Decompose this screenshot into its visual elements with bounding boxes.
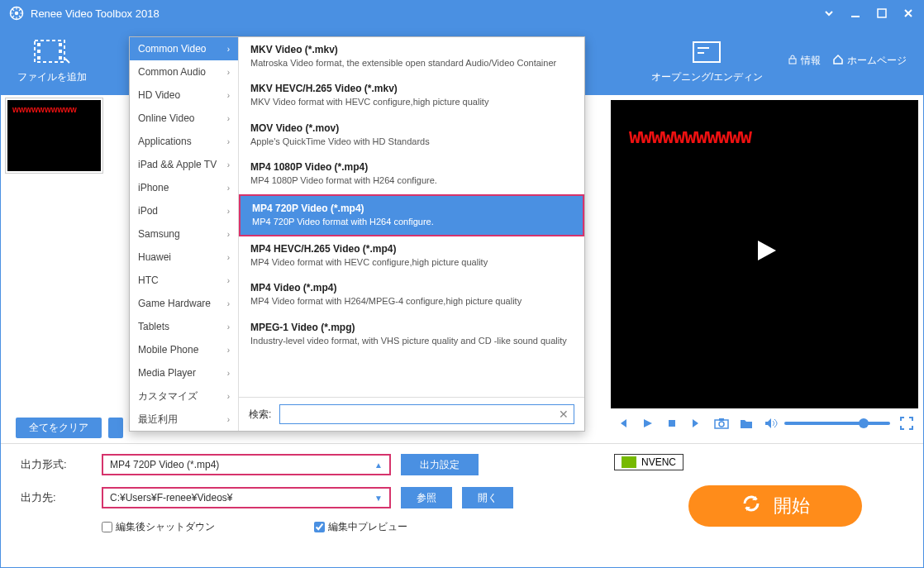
svg-rect-10	[59, 56, 62, 60]
category-item[interactable]: Huawei›	[130, 246, 238, 269]
category-list: Common Video›Common Audio›HD Video›Onlin…	[130, 37, 239, 431]
svg-rect-7	[37, 56, 40, 60]
titlebar: Renee Video Toolbox 2018	[1, 1, 923, 26]
play-icon[interactable]	[639, 415, 655, 432]
maximize-icon[interactable]	[875, 7, 888, 20]
category-item[interactable]: Media Player›	[130, 361, 238, 384]
clear-search-icon[interactable]: ✕	[559, 408, 569, 421]
start-button[interactable]: 開始	[688, 485, 862, 527]
play-overlay-icon[interactable]	[746, 232, 783, 277]
format-dropdown: Common Video›Common Audio›HD Video›Onlin…	[129, 36, 585, 432]
preview-panel: wwwwwwwwwww	[606, 95, 923, 443]
preview-overlay-text: wwwwwwwwwww	[629, 125, 751, 148]
category-item[interactable]: 最近利用›	[130, 408, 238, 431]
refresh-icon	[741, 493, 762, 519]
svg-rect-14	[789, 59, 796, 64]
category-item[interactable]: Common Video›	[130, 37, 238, 60]
stop-icon[interactable]	[664, 415, 680, 432]
category-item[interactable]: iPod›	[130, 199, 238, 222]
film-add-icon	[34, 37, 70, 67]
category-item[interactable]: HD Video›	[130, 84, 238, 107]
preview-checkbox[interactable]: 編集中プレビュー	[314, 520, 407, 534]
category-item[interactable]: Common Audio›	[130, 60, 238, 84]
volume-slider[interactable]	[784, 422, 890, 425]
bottom-panel: 出力形式: MP4 720P Video (*.mp4) ▲ 出力設定 出力先:…	[1, 443, 923, 567]
app-window: Renee Video Toolbox 2018 ファイルを追加 オープニング/…	[0, 0, 924, 568]
svg-rect-9	[59, 50, 62, 53]
shutdown-checkbox[interactable]: 編集後シャットダウン	[102, 520, 215, 534]
category-item[interactable]: カスタマイズ›	[130, 384, 238, 408]
close-icon[interactable]	[902, 7, 915, 20]
player-controls	[611, 408, 918, 438]
info-label: 情報	[801, 54, 821, 68]
card-icon	[693, 37, 721, 67]
home-icon	[832, 54, 844, 68]
category-item[interactable]: Mobile Phone›	[130, 338, 238, 361]
add-file-label: ファイルを追加	[17, 70, 87, 84]
next-icon[interactable]	[688, 415, 705, 432]
browse-button[interactable]: 参照	[401, 487, 452, 508]
clear-all-button[interactable]: 全てをクリア	[16, 418, 102, 438]
format-item[interactable]: MP4 HEVC/H.265 Video (*.mp4)MP4 Video fo…	[239, 236, 584, 275]
homepage-label: ホームページ	[847, 54, 907, 68]
dest-label: 出力先:	[21, 490, 92, 505]
format-value: MP4 720P Video (*.mp4)	[110, 459, 219, 470]
format-item[interactable]: MP4 Video (*.mp4)MP4 Video format with H…	[239, 275, 584, 314]
chevron-up-icon: ▲	[374, 461, 383, 470]
folder-icon[interactable]	[738, 415, 755, 432]
svg-point-1	[15, 12, 19, 16]
category-item[interactable]: Applications›	[130, 130, 238, 153]
open-button[interactable]: 開く	[462, 487, 513, 508]
svg-rect-8	[59, 43, 62, 46]
category-item[interactable]: HTC›	[130, 269, 238, 292]
svg-point-17	[719, 422, 724, 427]
opening-ending-button[interactable]: オープニング/エンディン	[651, 37, 763, 84]
dest-value: C:¥Users¥F-renee¥Videos¥	[110, 492, 233, 504]
minimize-icon[interactable]	[849, 7, 862, 20]
svg-rect-15	[669, 420, 675, 427]
prev-icon[interactable]	[614, 415, 631, 432]
video-thumbnail[interactable]: wwwwwwwwww	[6, 98, 102, 173]
homepage-link[interactable]: ホームページ	[832, 54, 907, 68]
opening-ending-label: オープニング/エンディン	[651, 70, 763, 84]
category-item[interactable]: Tablets›	[130, 315, 238, 338]
search-row: 検索: ✕	[239, 397, 584, 431]
output-settings-button[interactable]: 出力設定	[401, 454, 479, 475]
add-file-button[interactable]: ファイルを追加	[17, 37, 87, 84]
category-item[interactable]: iPhone›	[130, 176, 238, 199]
thumb-overlay-text: wwwwwwwwww	[12, 105, 77, 114]
search-input[interactable]	[285, 408, 559, 420]
dest-combo[interactable]: C:¥Users¥F-renee¥Videos¥ ▼	[102, 487, 391, 508]
category-item[interactable]: iPad && Apple TV›	[130, 153, 238, 176]
category-item[interactable]: Online Video›	[130, 107, 238, 130]
svg-rect-5	[37, 43, 40, 46]
start-label: 開始	[774, 494, 810, 518]
format-item[interactable]: MKV HEVC/H.265 Video (*.mkv)MKV Video fo…	[239, 76, 584, 115]
app-logo-icon	[9, 6, 24, 21]
volume-icon[interactable]	[763, 415, 779, 432]
lock-icon	[788, 55, 798, 67]
format-list[interactable]: MKV Video (*.mkv)Matroska Video format, …	[239, 37, 584, 397]
format-label: 出力形式:	[21, 457, 92, 472]
format-item[interactable]: MPEG-1 Video (*.mpg)Industry-level video…	[239, 315, 584, 354]
video-preview[interactable]: wwwwwwwwwww	[611, 100, 918, 408]
nvidia-icon	[622, 456, 636, 468]
svg-rect-3	[878, 9, 886, 17]
fullscreen-icon[interactable]	[898, 415, 915, 432]
snapshot-icon[interactable]	[713, 415, 730, 432]
more-button[interactable]	[108, 418, 123, 438]
format-item[interactable]: MP4 720P Video (*.mp4)MP4 720P Video for…	[239, 194, 584, 236]
dropdown-menu-icon[interactable]	[822, 7, 836, 20]
chevron-down-icon: ▼	[374, 494, 383, 503]
search-label: 検索:	[249, 408, 271, 422]
svg-rect-11	[693, 42, 720, 62]
nvenc-label: NVENC	[641, 456, 676, 468]
format-item[interactable]: MP4 1080P Video (*.mp4)MP4 1080P Video f…	[239, 155, 584, 193]
category-item[interactable]: Samsung›	[130, 222, 238, 246]
svg-rect-18	[719, 418, 724, 421]
format-item[interactable]: MKV Video (*.mkv)Matroska Video format, …	[239, 37, 584, 76]
category-item[interactable]: Game Hardware›	[130, 292, 238, 315]
info-link[interactable]: 情報	[788, 54, 821, 68]
format-item[interactable]: MOV Video (*.mov)Apple's QuickTime Video…	[239, 116, 584, 155]
format-combo[interactable]: MP4 720P Video (*.mp4) ▲	[102, 454, 391, 475]
